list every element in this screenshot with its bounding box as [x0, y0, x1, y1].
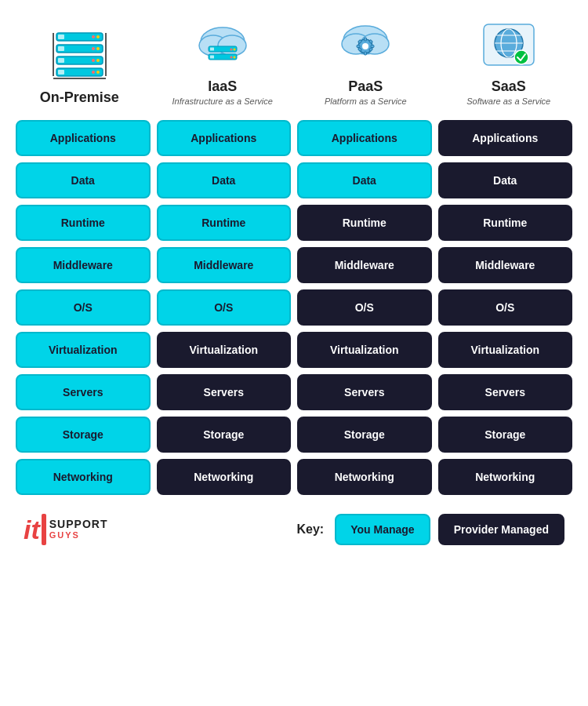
server-icon — [48, 27, 111, 86]
svg-rect-25 — [210, 55, 214, 58]
cloud-globe-icon — [477, 16, 540, 75]
svg-point-27 — [233, 48, 235, 50]
svg-point-34 — [362, 43, 368, 49]
svg-rect-38 — [371, 45, 374, 47]
cell-middleware-col2: Middleware — [297, 247, 432, 283]
footer: it SUPPORT GUYS Key: You Manage Provider… — [8, 503, 580, 545]
col-saas: SaaS Software as a Service — [442, 16, 575, 106]
cell-applications-col1: Applications — [157, 120, 292, 156]
iaas-subtitle: Infrastructure as a Service — [172, 96, 273, 106]
svg-point-3 — [96, 35, 100, 38]
cell-data-col3: Data — [438, 162, 573, 198]
cell-servers-col3: Servers — [438, 374, 573, 410]
cell-middleware-col3: Middleware — [438, 247, 573, 283]
svg-point-26 — [230, 48, 232, 50]
svg-point-29 — [233, 56, 235, 58]
provider-managed-key: Provider Managed — [438, 514, 564, 545]
svg-point-49 — [514, 50, 528, 64]
on-premise-title: On-Premise — [40, 90, 119, 106]
svg-rect-24 — [210, 47, 214, 50]
cell-virtualization-col0: Virtualization — [16, 332, 151, 368]
col-on-premise: On-Premise — [13, 27, 146, 106]
cloud-gear-icon — [334, 16, 397, 75]
cell-networking-col1: Networking — [157, 459, 292, 495]
cell-os-col1: O/S — [157, 289, 292, 326]
cell-networking-col3: Networking — [438, 459, 573, 495]
cell-servers-col1: Servers — [157, 374, 292, 410]
cell-middleware-col0: Middleware — [16, 247, 151, 283]
svg-rect-5 — [58, 46, 64, 51]
cell-storage-col3: Storage — [438, 417, 573, 453]
header: On-Premise — [8, 16, 580, 106]
logo-text: SUPPORT GUYS — [49, 519, 108, 540]
cell-data-col1: Data — [157, 162, 292, 198]
svg-point-10 — [92, 59, 95, 62]
key-label: Key: — [297, 522, 325, 537]
cell-networking-col2: Networking — [297, 459, 432, 495]
paas-subtitle: Platform as a Service — [325, 96, 407, 106]
you-manage-key: You Manage — [335, 514, 430, 545]
cell-os-col0: O/S — [16, 289, 151, 326]
svg-rect-13 — [58, 70, 64, 75]
svg-rect-36 — [365, 52, 367, 55]
cell-applications-col2: Applications — [297, 120, 432, 156]
svg-point-21 — [218, 35, 246, 56]
cell-virtualization-col1: Virtualization — [157, 332, 292, 368]
cell-os-col3: O/S — [438, 289, 573, 326]
svg-point-7 — [96, 47, 100, 50]
cell-applications-col3: Applications — [438, 120, 573, 156]
cell-runtime-col1: Runtime — [157, 205, 292, 241]
comparison-grid: ApplicationsApplicationsApplicationsAppl… — [8, 120, 580, 495]
cell-servers-col2: Servers — [297, 374, 432, 410]
svg-point-15 — [96, 71, 100, 74]
iaas-title: IaaS — [208, 79, 237, 95]
svg-point-6 — [92, 47, 95, 50]
col-iaas: IaaS Infrastructure as a Service — [156, 16, 289, 106]
cloud-server-icon — [191, 16, 254, 75]
svg-point-2 — [92, 35, 95, 38]
svg-rect-37 — [357, 45, 360, 47]
svg-rect-35 — [365, 38, 367, 41]
cell-os-col2: O/S — [297, 289, 432, 326]
cell-data-col0: Data — [16, 162, 151, 198]
cell-virtualization-col2: Virtualization — [297, 332, 432, 368]
cell-runtime-col3: Runtime — [438, 205, 573, 241]
cell-middleware-col1: Middleware — [157, 247, 292, 283]
logo-guys-label: GUYS — [49, 530, 108, 540]
svg-point-14 — [92, 71, 95, 74]
legend: Key: You Manage Provider Managed — [297, 514, 564, 545]
page: On-Premise — [0, 0, 588, 706]
cell-storage-col2: Storage — [297, 417, 432, 453]
cell-storage-col1: Storage — [157, 417, 292, 453]
paas-title: PaaS — [348, 79, 383, 95]
svg-rect-9 — [58, 58, 64, 63]
cell-runtime-col2: Runtime — [297, 205, 432, 241]
cell-runtime-col0: Runtime — [16, 205, 151, 241]
cell-storage-col0: Storage — [16, 417, 151, 453]
svg-rect-1 — [58, 35, 64, 39]
svg-point-11 — [96, 59, 100, 62]
saas-title: SaaS — [492, 79, 526, 95]
cell-networking-col0: Networking — [16, 459, 151, 495]
cell-virtualization-col3: Virtualization — [438, 332, 573, 368]
logo-it: it — [24, 516, 40, 543]
svg-point-28 — [230, 56, 232, 58]
cell-servers-col0: Servers — [16, 374, 151, 410]
cell-applications-col0: Applications — [16, 120, 151, 156]
logo: it SUPPORT GUYS — [24, 514, 107, 545]
saas-subtitle: Software as a Service — [466, 96, 550, 106]
col-paas: PaaS Platform as a Service — [299, 16, 432, 106]
logo-support-label: SUPPORT — [49, 519, 108, 530]
cell-data-col2: Data — [297, 162, 432, 198]
